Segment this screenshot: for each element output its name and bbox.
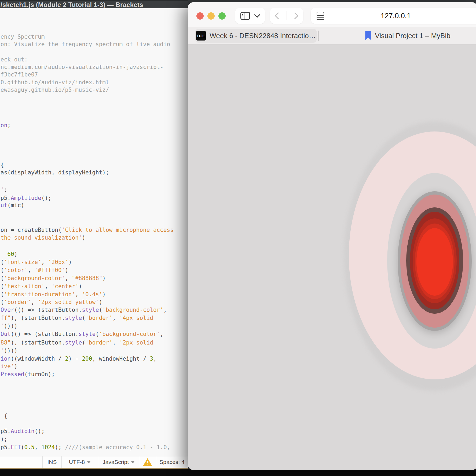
- code-line: ('font-size', '20px'): [1, 258, 72, 266]
- indentation-setting[interactable]: Spaces: 4: [156, 456, 188, 468]
- code-token: f3bc7f1be07: [1, 71, 38, 78]
- code-token: ency Spectrum: [1, 34, 45, 40]
- code-token: ): [99, 299, 102, 305]
- code-token: (: [82, 339, 85, 346]
- code-token: 'transition-duration': [4, 291, 75, 298]
- code-token: ': [1, 347, 4, 354]
- code-token: ive': [1, 363, 14, 369]
- tab-week6-d2l[interactable]: D2L Week 6 - DESN22848 Interactio…: [195, 29, 317, 43]
- code-token: ), (startButton.: [11, 315, 65, 321]
- insert-mode-indicator[interactable]: INS: [42, 456, 61, 468]
- code-token: ): [82, 235, 85, 241]
- code-token: 0.5: [24, 444, 35, 451]
- chevron-down-icon: [87, 461, 91, 463]
- code-line: on = createButton('Click to allow microp…: [1, 226, 174, 234]
- chevron-down-icon[interactable]: [254, 12, 260, 18]
- code-token: AudioIn: [11, 428, 35, 434]
- code-token: (: [1, 291, 4, 298]
- tab-divider: [318, 31, 319, 41]
- code-editor[interactable]: ency Spectrumon: Visualize the frequency…: [0, 8, 188, 456]
- code-token: ) -: [68, 356, 82, 362]
- code-token: Over: [1, 307, 14, 313]
- code-line: 60): [1, 250, 17, 258]
- code-line: ency Spectrum: [1, 33, 45, 41]
- code-line: f3bc7f1be07: [1, 71, 38, 78]
- code-token: ': [1, 186, 4, 193]
- code-line: p5.AudioIn();: [1, 427, 45, 435]
- code-line: ('background-color', "#888888"): [1, 274, 106, 282]
- code-line: ion((windowWidth / 2) - 200, windowHeigh…: [1, 355, 157, 363]
- code-token: 'border': [85, 339, 112, 346]
- code-line: ut(mic): [1, 202, 24, 209]
- code-token: ): [14, 363, 18, 369]
- code-token: {: [1, 413, 7, 419]
- code-line: ('color', '#ffff00'): [1, 266, 68, 274]
- navigation-button-group: [270, 8, 303, 24]
- code-token: ,: [65, 275, 72, 281]
- code-token: "#888888": [72, 275, 102, 281]
- code-token: (: [1, 267, 4, 273]
- fullscreen-button[interactable]: [218, 12, 226, 20]
- reader-icon[interactable]: [317, 11, 325, 20]
- encoding-label: UTF-8: [69, 459, 85, 465]
- code-token: 88": [1, 339, 11, 346]
- code-token: ,: [34, 444, 41, 451]
- code-token: style: [65, 339, 82, 346]
- code-token: 'Click to allow microphone access: [62, 227, 174, 233]
- code-token: Pressed: [1, 371, 24, 378]
- page-content-audio-visualization[interactable]: [188, 45, 476, 470]
- encoding-selector[interactable]: UTF-8: [61, 456, 98, 468]
- url-text: 127.0.0.1: [325, 12, 476, 20]
- code-line: Over(() => (startButton.style('backgroun…: [1, 306, 167, 314]
- language-selector[interactable]: JavaScript: [98, 456, 139, 468]
- code-token: 2: [65, 356, 68, 362]
- editor-statusbar: INS UTF-8 JavaScript Spaces: 4: [0, 456, 188, 468]
- sidebar-button-group: [235, 8, 265, 24]
- code-token: 'color': [4, 267, 28, 273]
- code-token: nc.medium.com/audio-visualization-in-jav…: [1, 64, 163, 70]
- code-token: )))): [4, 347, 18, 354]
- code-token: ;: [7, 122, 11, 129]
- sidebar-icon[interactable]: [240, 12, 250, 20]
- code-token: 'background-color': [102, 307, 163, 313]
- code-token: ((windowWidth /: [11, 356, 65, 362]
- code-token: 'border': [85, 315, 112, 321]
- code-line: nc.medium.com/audio-visualization-in-jav…: [1, 63, 163, 71]
- code-token: ,: [28, 267, 34, 273]
- code-token: ();: [41, 195, 52, 201]
- address-bar[interactable]: 127.0.0.1: [311, 8, 476, 24]
- brackets-window: /sketch1.js (Module 2 Tutorial 1-3) — Br…: [0, 0, 188, 469]
- code-token: ): [102, 275, 106, 281]
- code-line: {: [1, 161, 4, 169]
- language-label: JavaScript: [102, 459, 129, 465]
- minimize-button[interactable]: [207, 12, 215, 20]
- code-token: '20px': [48, 259, 68, 265]
- code-token: 'text-align': [4, 283, 45, 290]
- bright-red-center: [416, 228, 453, 296]
- code-token: (: [1, 259, 4, 265]
- code-line: ewasaguy.github.io/p5-music-viz/: [1, 86, 109, 94]
- code-token: p5.: [1, 428, 11, 434]
- chevron-down-icon: [131, 461, 135, 463]
- lint-warning-button[interactable]: [139, 456, 156, 468]
- brackets-titlebar[interactable]: /sketch1.js (Module 2 Tutorial 1-3) — Br…: [0, 0, 188, 8]
- code-line: ('border', '2px solid yellow'): [1, 298, 102, 306]
- close-button[interactable]: [196, 12, 204, 20]
- code-token: (() => (startButton.: [11, 331, 79, 337]
- tab-visual-project[interactable]: Visual Project 1 – MyBib: [327, 29, 476, 43]
- forward-icon[interactable]: [292, 12, 298, 19]
- code-token: 'border': [4, 299, 31, 305]
- d2l-favicon: D2L: [196, 31, 206, 41]
- code-token: style: [79, 331, 96, 337]
- code-line: the sound visualization'): [1, 234, 85, 241]
- code-token: , windowHeight /: [92, 356, 150, 362]
- code-token: p5.: [1, 444, 11, 451]
- code-line: 0.github.io/audio-viz/index.html: [1, 79, 109, 86]
- code-token: {: [1, 162, 4, 168]
- code-token: 'center': [52, 283, 79, 290]
- code-line: ive'): [1, 363, 17, 370]
- code-token: on: Visualize the frequency spectrum of …: [1, 41, 170, 47]
- back-icon[interactable]: [275, 12, 281, 19]
- code-token: (: [82, 315, 85, 321]
- code-token: '2px solid: [119, 339, 153, 346]
